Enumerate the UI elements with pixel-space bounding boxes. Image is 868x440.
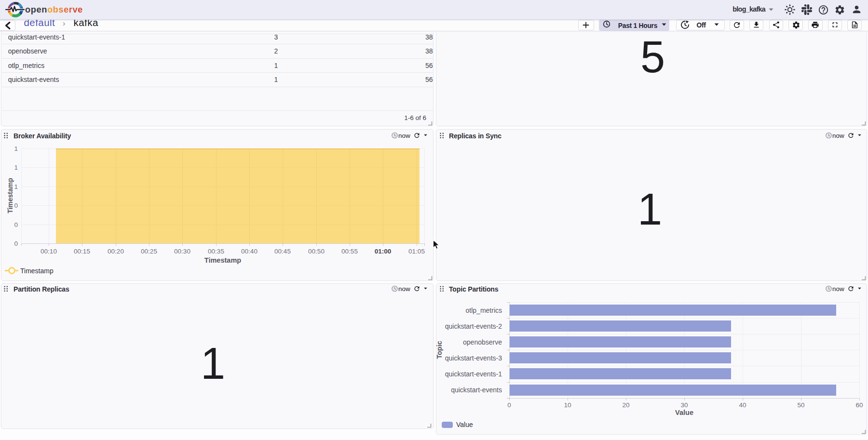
svg-text:kafka: kafka (74, 20, 98, 28)
svg-text:›: › (63, 20, 65, 27)
svg-text:default: default (24, 20, 55, 28)
